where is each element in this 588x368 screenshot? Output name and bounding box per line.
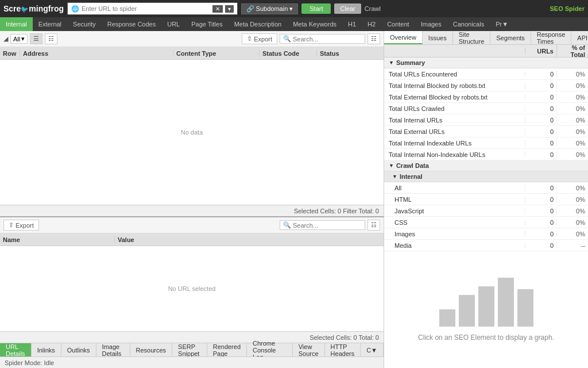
bottom-tab-http-headers[interactable]: HTTP Headers <box>325 343 361 356</box>
search-icon: 🔍 <box>283 35 291 43</box>
overview-col-headers: URLs % of Total <box>384 45 588 57</box>
ov-val-indexable: 0 <box>525 140 556 147</box>
right-tab-site-structure[interactable]: Site Structure <box>453 31 491 44</box>
search-box: 🔍 <box>280 34 365 44</box>
nav-tab-external[interactable]: External <box>33 17 67 31</box>
ov-row-internal-blocked[interactable]: Total Internal Blocked by robots.txt 0 0… <box>384 80 588 91</box>
summary-section: ▼ Summary Total URLs Encountered 0 0% To… <box>384 57 588 160</box>
ov-row-total-urls[interactable]: Total URLs Encountered 0 0% <box>384 68 588 80</box>
bottom-tab-image-details[interactable]: Image Details <box>96 343 130 356</box>
crawl-data-header[interactable]: ▼ Crawl Data <box>384 160 588 171</box>
search-input[interactable] <box>293 36 362 43</box>
col-name-header: Name <box>0 236 115 243</box>
filter-dropdown[interactable]: All ▾ <box>10 34 28 44</box>
ov-row-css[interactable]: CSS 0 0% <box>384 217 588 228</box>
bottom-tab-outlinks[interactable]: Outlinks <box>61 343 96 356</box>
nav-tab-url[interactable]: URL <box>161 17 185 31</box>
bottom-data-area: No URL selected <box>0 246 384 331</box>
right-tab-api[interactable]: API <box>571 31 588 44</box>
ov-pct-external-blocked: 0% <box>556 94 588 101</box>
col-content-type-header: Content Type <box>173 50 260 57</box>
ov-pct-images: 0% <box>556 231 588 237</box>
ov-row-all[interactable]: All 0 0% <box>384 182 588 194</box>
clear-url-button[interactable]: ✕ <box>212 5 223 13</box>
bottom-tab-inlinks[interactable]: Inlinks <box>32 343 61 356</box>
ov-row-external-blocked[interactable]: Total External Blocked by robots.txt 0 0… <box>384 91 588 103</box>
bottom-tab-view-source[interactable]: View Source <box>293 343 325 356</box>
nav-tab-h1[interactable]: H1 <box>342 17 362 31</box>
right-tab-response-times[interactable]: Response Times <box>531 31 572 44</box>
bottom-tab-rendered-page[interactable]: Rendered Page <box>207 343 247 356</box>
bottom-tab-url-details[interactable]: URL Details <box>0 343 32 356</box>
dropdown-button[interactable]: ▾ <box>225 5 234 13</box>
chart-bar-4 <box>498 278 514 327</box>
advanced-filter-button[interactable]: ☷ <box>368 33 380 44</box>
bottom-tab-more[interactable]: C▼ <box>361 343 384 356</box>
ov-row-urls-crawled[interactable]: Total URLs Crawled 0 0% <box>384 103 588 114</box>
clear-button[interactable]: Clear <box>334 3 361 14</box>
no-data-label: No data <box>181 129 203 136</box>
bottom-tab-resources[interactable]: Resources <box>130 343 173 356</box>
ov-row-images[interactable]: Images 0 0% <box>384 228 588 240</box>
ov-label-external-urls: Total External URLs <box>384 128 525 135</box>
nav-tab-security[interactable]: Security <box>67 17 102 31</box>
nav-tab-internal[interactable]: Internal <box>0 17 33 31</box>
url-input[interactable] <box>82 5 210 12</box>
ov-val-non-indexable: 0 <box>525 151 556 158</box>
right-content: ▼ Summary Total URLs Encountered 0 0% To… <box>384 57 588 368</box>
crawl-data-triangle-icon: ▼ <box>389 163 394 168</box>
nav-tab-meta-description[interactable]: Meta Description <box>229 17 288 31</box>
nav-tab-canonicals[interactable]: Canonicals <box>447 17 490 31</box>
nav-tab-meta-keywords[interactable]: Meta Keywords <box>287 17 342 31</box>
right-tab-overview[interactable]: Overview <box>384 31 423 44</box>
crawl-data-section: ▼ Crawl Data ▼ Internal All 0 0% HTML 0 … <box>384 160 588 251</box>
filter-all-label: All <box>13 36 20 43</box>
nav-tab-more[interactable]: Pr▼ <box>490 17 514 31</box>
tree-view-button[interactable]: ☷ <box>45 33 57 44</box>
ov-val-images: 0 <box>525 231 556 237</box>
right-tab-segments[interactable]: Segments <box>490 31 531 44</box>
ov-label-media: Media <box>384 242 525 249</box>
internal-subsection-header[interactable]: ▼ Internal <box>384 171 588 182</box>
nav-tab-response-codes[interactable]: Response Codes <box>102 17 161 31</box>
crawl-label: Crawl <box>365 5 381 12</box>
list-view-button[interactable]: ☰ <box>30 33 42 44</box>
nav-tab-h2[interactable]: H2 <box>362 17 381 31</box>
ov-pct-css: 0% <box>556 219 588 226</box>
bottom-tabs: URL Details Inlinks Outlinks Image Detai… <box>0 343 384 356</box>
right-tab-issues[interactable]: Issues <box>423 31 453 44</box>
ov-label-internal-blocked: Total Internal Blocked by robots.txt <box>384 82 525 89</box>
summary-label: Summary <box>396 59 425 66</box>
right-tabs: Overview Issues Site Structure Segments … <box>384 31 588 45</box>
nav-tab-content[interactable]: Content <box>381 17 415 31</box>
ov-row-internal-urls[interactable]: Total Internal URLs 0 0% <box>384 114 588 126</box>
data-area: No data <box>0 60 384 205</box>
ov-row-media[interactable]: Media 0 -- <box>384 240 588 251</box>
subdomain-button[interactable]: 🔗 Subdomain ▾ <box>241 3 299 14</box>
chart-placeholder <box>439 278 533 327</box>
ov-row-javascript[interactable]: JavaScript 0 0% <box>384 205 588 217</box>
bottom-search-input[interactable] <box>293 222 362 229</box>
bottom-tab-serp-snippet[interactable]: SERP Snippet <box>172 343 207 356</box>
ov-val-external-blocked: 0 <box>525 94 556 101</box>
summary-header[interactable]: ▼ Summary <box>384 57 588 68</box>
ov-row-non-indexable[interactable]: Total Internal Non-Indexable URLs 0 0% <box>384 149 588 160</box>
left-panel: ◢ All ▾ ☰ ☷ ⇧ Export 🔍 ☷ Row Address Con… <box>0 31 384 368</box>
table-header: Row Address Content Type Status Code Sta… <box>0 47 384 60</box>
bottom-filter-button[interactable]: ☷ <box>368 220 380 231</box>
export-button[interactable]: ⇧ Export <box>242 33 277 44</box>
crawl-data-label: Crawl Data <box>396 162 429 169</box>
ov-row-external-urls[interactable]: Total External URLs 0 0% <box>384 126 588 137</box>
bottom-search-box: 🔍 <box>280 220 365 230</box>
chart-message: Click on an SEO Element to display a gra… <box>418 334 554 342</box>
ov-row-indexable[interactable]: Total Internal Indexable URLs 0 0% <box>384 137 588 149</box>
summary-triangle-icon: ▼ <box>389 60 394 66</box>
col-status-header: Status <box>317 50 374 57</box>
bottom-tab-chrome-console[interactable]: Chrome Console Log <box>247 343 293 356</box>
ov-pct-internal-urls: 0% <box>556 117 588 124</box>
bottom-export-button[interactable]: ⇧ Export <box>3 220 39 231</box>
nav-tab-images[interactable]: Images <box>415 17 447 31</box>
start-button[interactable]: Start <box>301 3 331 14</box>
ov-row-html[interactable]: HTML 0 0% <box>384 194 588 205</box>
nav-tab-page-titles[interactable]: Page Titles <box>185 17 228 31</box>
